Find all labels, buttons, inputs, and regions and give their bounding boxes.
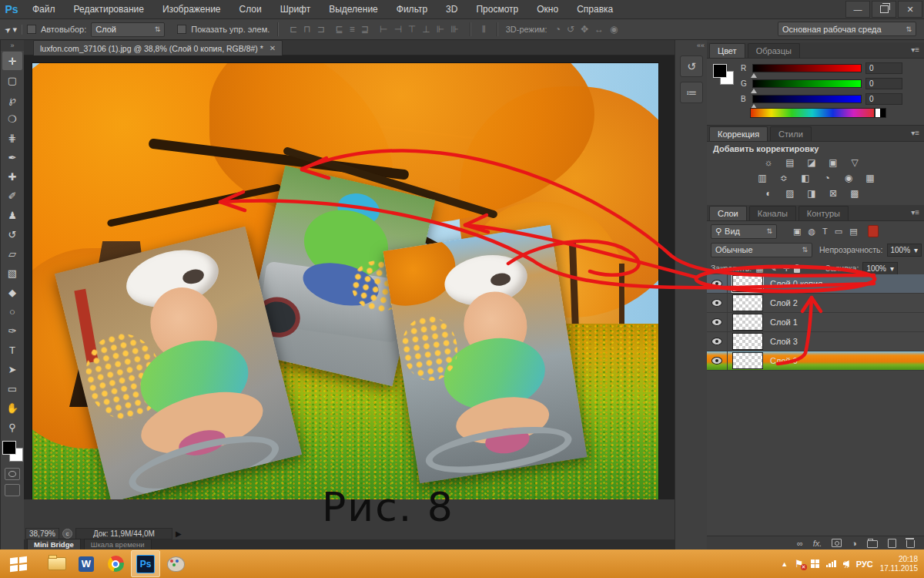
minimize-button[interactable]: — [845, 1, 870, 18]
adjustment-hue-saturation-icon[interactable]: ▥ [755, 172, 770, 183]
blue-slider[interactable] [752, 95, 862, 103]
lock-all-icon[interactable] [794, 267, 800, 273]
language-indicator[interactable]: РУС [856, 560, 873, 569]
new-group-icon[interactable] [867, 540, 878, 548]
layer-row-sloy-0-kopiya[interactable]: Слой 0 копия [707, 274, 924, 294]
spectrum-bw-swatches[interactable] [875, 108, 886, 118]
distribute-icon[interactable]: ⊪ [447, 24, 461, 35]
taskbar-photoshop[interactable]: Ps [131, 550, 160, 577]
filter-smart-objects-icon[interactable]: ▤ [849, 227, 857, 237]
layer-thumbnail[interactable] [732, 314, 763, 331]
tool-zoom[interactable]: ⚲ [2, 418, 22, 436]
tab-layers[interactable]: Слои [709, 206, 747, 220]
canvas[interactable] [32, 63, 658, 499]
distribute-icon[interactable]: ⊤ [405, 24, 419, 35]
panel-menu-icon[interactable]: ▾≡ [911, 208, 919, 217]
layer-row-sloy-0[interactable]: Слой 0 [707, 351, 924, 371]
menu-item[interactable]: Просмотр [467, 0, 527, 18]
3d-mode-icon[interactable]: ✥ [578, 24, 591, 35]
tab-swatches[interactable]: Образцы [748, 43, 800, 58]
new-adjustment-layer-icon[interactable]: ◑ [852, 539, 857, 548]
distribute-icon[interactable]: ⊥ [419, 24, 433, 35]
menu-item[interactable]: Фильтр [387, 0, 437, 18]
screen-mode-button[interactable] [5, 484, 20, 496]
tool-path-selection[interactable]: ➤ [2, 360, 22, 378]
tool-crop[interactable]: ⋕ [2, 129, 22, 147]
align-icon[interactable]: ⊏ [286, 24, 300, 35]
menu-item[interactable]: Шрифт [271, 0, 320, 18]
autoselect-target-select[interactable]: Слой ⇅ [91, 22, 165, 37]
workspace-select[interactable]: Основная рабочая среда ⇅ [778, 22, 916, 36]
align-icon[interactable]: ⊐ [314, 24, 328, 35]
red-value-field[interactable]: 0 [865, 62, 902, 74]
tool-quick-selection[interactable]: ❍ [2, 109, 22, 128]
document-tab[interactable]: luxfon.com_37106 (1).jpg @ 38,8% (Слой 0… [33, 40, 283, 55]
tool-history-brush[interactable]: ↺ [2, 225, 22, 244]
autoselect-checkbox[interactable] [27, 25, 36, 34]
panel-menu-icon[interactable]: ▾≡ [911, 129, 919, 137]
3d-mode-icon[interactable]: ◉ [607, 24, 621, 35]
taskbar-paint[interactable] [162, 551, 189, 576]
tab-close-icon[interactable]: ✕ [270, 44, 276, 52]
adjustment-channel-mixer-icon[interactable]: ◉ [841, 172, 856, 183]
visibility-eye-icon[interactable] [707, 351, 728, 370]
blue-value-field[interactable]: 0 [865, 93, 902, 105]
menu-item[interactable]: Окно [527, 0, 567, 18]
toolbar-collapse-icon[interactable]: » [1, 40, 24, 51]
layer-filter-toggle[interactable] [868, 225, 879, 237]
foreground-color-swatch[interactable] [2, 441, 16, 455]
start-button[interactable] [0, 549, 37, 578]
quick-mask-button[interactable] [5, 468, 20, 480]
adjustment-invert-icon[interactable]: ◐ [761, 187, 776, 199]
tool-lasso[interactable]: ℘ [2, 90, 22, 109]
adjustment-black-white-icon[interactable]: ◧ [798, 172, 813, 183]
menu-item[interactable]: Слои [230, 0, 271, 18]
align-icon[interactable]: ⊒ [358, 24, 372, 35]
panel-menu-icon[interactable]: ▾≡ [911, 45, 919, 54]
taskbar-chrome[interactable] [102, 551, 129, 576]
tool-eyedropper[interactable]: ✒ [2, 148, 22, 166]
color-spectrum-ramp[interactable] [750, 108, 875, 118]
opacity-field[interactable]: 100% ▾ [887, 244, 922, 257]
distribute-icon[interactable]: ⊩ [434, 24, 447, 35]
dock-collapse-icon[interactable]: «« [675, 40, 708, 51]
show-transform-checkbox[interactable] [177, 25, 186, 34]
taskbar-explorer[interactable] [43, 551, 71, 576]
tool-rectangular-marquee[interactable]: ▢ [2, 71, 22, 89]
volume-icon[interactable]: )) [843, 560, 849, 568]
red-slider[interactable] [752, 64, 862, 72]
slider-handle[interactable] [751, 73, 757, 78]
tab-color[interactable]: Цвет [709, 43, 745, 58]
tool-eraser[interactable]: ▱ [2, 244, 22, 263]
tool-gradient[interactable]: ▧ [2, 264, 22, 282]
align-icon[interactable]: ⊑ [333, 24, 346, 35]
filter-adjustment-layers-icon[interactable]: ◍ [808, 227, 815, 237]
tab-timeline[interactable]: Шкала времени [84, 539, 152, 549]
tool-pen[interactable]: ✑ [2, 321, 22, 340]
adjustment-photo-filter-icon[interactable]: ◔ [819, 172, 835, 183]
zoom-level-field[interactable]: 38,79% [25, 528, 59, 539]
green-slider[interactable] [752, 79, 862, 88]
tool-rectangle[interactable]: ▭ [2, 379, 22, 398]
delete-layer-icon[interactable] [906, 540, 915, 548]
layer-thumbnail[interactable] [732, 275, 763, 292]
adjustment-gradient-map-icon[interactable]: ▩ [847, 187, 862, 199]
adjustment-brightness-contrast-icon[interactable]: ☼ [761, 156, 776, 168]
windows-tray-icon[interactable] [811, 560, 819, 568]
new-layer-icon[interactable] [888, 539, 896, 548]
visibility-eye-icon[interactable] [707, 313, 728, 331]
visibility-eye-icon[interactable] [707, 332, 728, 351]
layer-row-sloy-3[interactable]: Слой 3 [707, 332, 924, 351]
tool-blur[interactable]: ◆ [2, 283, 22, 301]
link-layers-icon[interactable]: ∞ [797, 539, 803, 548]
adjustment-levels-icon[interactable]: ▤ [782, 156, 798, 168]
adjustment-exposure-icon[interactable]: ▣ [825, 156, 841, 168]
dock-properties-panel[interactable]: ≔ [680, 82, 703, 103]
3d-mode-icon[interactable]: ◔ [552, 24, 564, 35]
status-flyout-icon[interactable]: ▶ [176, 529, 182, 538]
filter-pixel-layers-icon[interactable]: ▣ [793, 227, 801, 237]
adjustment-threshold-icon[interactable]: ◨ [804, 187, 819, 199]
hidden-icons-arrow[interactable]: ▲ [781, 560, 788, 568]
layer-thumbnail[interactable] [732, 294, 763, 311]
menu-item[interactable]: Файл [23, 0, 65, 18]
